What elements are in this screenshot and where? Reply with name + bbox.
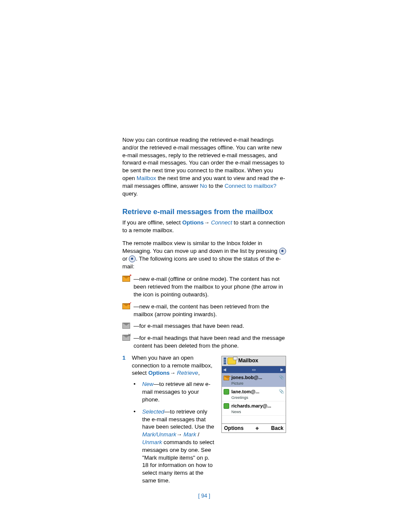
remote-or: or bbox=[122, 255, 129, 262]
attachment-icon-2: 📎 bbox=[279, 389, 284, 395]
remote-b: . The following icons are used to show t… bbox=[122, 255, 281, 270]
phone-navbar: ◀ ▭ ▶ bbox=[222, 366, 286, 373]
remote-paragraph: The remote mailbox view is similar to th… bbox=[122, 240, 286, 270]
icon-desc-1: —new e-mail (offline or online mode). Th… bbox=[134, 275, 286, 298]
new-label: New bbox=[142, 381, 153, 387]
options-label-2: Options bbox=[148, 370, 170, 376]
sender-3: richards.mary@... bbox=[231, 403, 284, 409]
nav-page-icon: ▭ bbox=[252, 367, 256, 372]
icon-desc-4: —for e-mail headings that have been read… bbox=[134, 334, 286, 350]
mail-read-row-icon bbox=[224, 389, 230, 395]
icon-desc-3: —for e-mail messages that have been read… bbox=[134, 322, 286, 330]
bullet-selected: • Selected—to retrieve only the e-mail m… bbox=[134, 408, 215, 485]
phone-softkeys: Options ◆ Back bbox=[222, 423, 286, 432]
intro-text-d: query. bbox=[122, 190, 138, 197]
mail-read-icon bbox=[122, 322, 134, 329]
icon-row-new-outward: ↗ —new e-mail (offline or online mode). … bbox=[122, 275, 286, 298]
intro-paragraph: Now you can continue reading the retriev… bbox=[122, 136, 286, 198]
section-heading: Retrieve e-mail messages from the mailbo… bbox=[122, 207, 286, 217]
nav-left-icon: ◀ bbox=[223, 367, 227, 372]
mailbox-folder-icon bbox=[227, 358, 236, 364]
connect-mailbox-link[interactable]: Connect to mailbox? bbox=[224, 183, 276, 189]
signal-icon bbox=[224, 358, 226, 364]
mail-deleted-icon: ✕ bbox=[122, 334, 134, 343]
joystick-up-icon bbox=[279, 248, 286, 255]
selected-label: Selected bbox=[142, 408, 164, 415]
offline-paragraph: If you are offline, select Options→ Conn… bbox=[122, 219, 286, 234]
softkey-mid-icon: ◆ bbox=[255, 425, 259, 431]
connect-label: Connect bbox=[211, 219, 232, 226]
page-number: [ 94 ] bbox=[122, 492, 286, 500]
step-1: 1 When you have an open connection to a … bbox=[122, 354, 215, 377]
mail-new-in-icon: ↙ bbox=[122, 303, 134, 311]
mailbox-link[interactable]: Mailbox bbox=[137, 175, 156, 181]
softkey-left[interactable]: Options bbox=[224, 425, 243, 432]
phone-title: Mailbox bbox=[238, 357, 258, 364]
sel-b: commands to select messages one by one. … bbox=[142, 439, 214, 484]
retrieve-label: Retrieve bbox=[177, 370, 198, 376]
arrow-icon-3: → bbox=[176, 431, 184, 438]
slash: / bbox=[196, 431, 199, 438]
mark-label: Mark bbox=[184, 431, 196, 438]
icon-desc-2: —new e-mail, the content has been retrie… bbox=[134, 303, 286, 318]
icon-row-deleted: ✕ —for e-mail headings that have been re… bbox=[122, 334, 286, 350]
mail-row-1[interactable]: jones.bob@...Picture 📎 bbox=[222, 373, 286, 387]
subject-2: Greetings bbox=[231, 395, 278, 400]
remote-a: The remote mailbox view is similar to th… bbox=[122, 240, 279, 254]
mail-row-2[interactable]: lane.tom@...Greetings 📎 bbox=[222, 387, 286, 401]
icon-row-new-inward: ↙ —new e-mail, the content has been retr… bbox=[122, 303, 286, 318]
offline-a: If you are offline, select bbox=[122, 219, 182, 226]
attachment-icon: 📎 bbox=[279, 374, 284, 380]
sender-2: lane.tom@... bbox=[231, 389, 278, 395]
nav-right-icon: ▶ bbox=[280, 367, 284, 372]
mail-unread-icon bbox=[224, 375, 230, 381]
joystick-down-icon bbox=[129, 255, 136, 262]
sender-1: jones.bob@... bbox=[231, 374, 278, 381]
mail-row-3[interactable]: richards.mary@...News bbox=[222, 401, 286, 416]
bullet-icon-2: • bbox=[134, 408, 142, 485]
no-link[interactable]: No bbox=[200, 183, 207, 189]
subject-3: News bbox=[231, 409, 284, 414]
icon-row-read: —for e-mail messages that have been read… bbox=[122, 322, 286, 330]
softkey-right[interactable]: Back bbox=[271, 425, 283, 432]
arrow-icon-2: → bbox=[170, 370, 177, 376]
page-content: Now you can continue reading the retriev… bbox=[0, 0, 411, 526]
options-label: Options bbox=[182, 219, 204, 226]
step-number: 1 bbox=[122, 354, 132, 377]
phone-screenshot: Mailbox ◀ ▭ ▶ jones.bob@...Picture 📎 lan… bbox=[221, 356, 286, 433]
phone-titlebar: Mailbox bbox=[222, 356, 286, 366]
mail-new-out-icon: ↗ bbox=[122, 275, 134, 284]
unmark-label: Unmark bbox=[142, 439, 162, 445]
bullet-icon: • bbox=[134, 380, 142, 403]
mark-unmark-label: Mark/Unmark bbox=[142, 431, 176, 438]
subject-1: Picture bbox=[231, 381, 278, 386]
bullet-new: • New—to retrieve all new e-mail message… bbox=[134, 380, 215, 403]
arrow-icon: → bbox=[204, 219, 211, 226]
intro-text-c: to the bbox=[207, 183, 224, 189]
mail-read-row-icon-2 bbox=[224, 403, 230, 409]
step1-comma: , bbox=[198, 370, 200, 376]
